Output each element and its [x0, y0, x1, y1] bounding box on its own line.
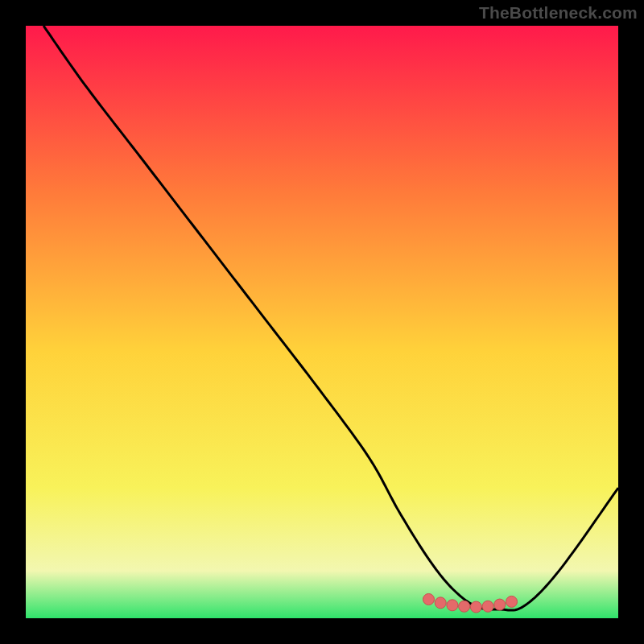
watermark-text: TheBottleneck.com [479, 3, 638, 23]
optimal-marker [423, 593, 434, 605]
optimal-marker [494, 599, 506, 610]
chart-svg [26, 26, 618, 618]
optimal-marker [447, 600, 458, 611]
gradient-rect [26, 26, 618, 618]
chart-frame: TheBottleneck.com [0, 0, 644, 644]
optimal-marker [435, 597, 446, 609]
plot-area [26, 26, 618, 618]
optimal-marker [459, 601, 470, 612]
optimal-marker [506, 596, 518, 607]
optimal-marker [482, 601, 493, 612]
optimal-marker [470, 601, 481, 613]
